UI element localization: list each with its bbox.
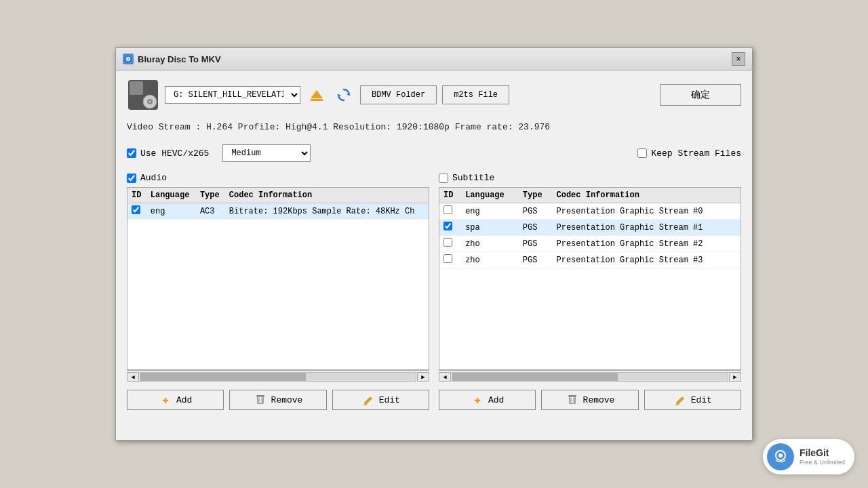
- sub-row-codec: Presentation Graphic Stream #2: [552, 236, 741, 252]
- sub-col-type: Type: [519, 188, 553, 203]
- audio-row-check[interactable]: [127, 203, 146, 220]
- app-icon: [123, 54, 134, 64]
- table-row[interactable]: zho PGS Presentation Graphic Stream #2: [439, 236, 741, 252]
- keep-stream-label: Keep Stream Files: [651, 148, 741, 159]
- audio-col-type: Type: [196, 188, 225, 203]
- hevc-label: Use HEVC/x265: [140, 148, 209, 159]
- close-button[interactable]: ×: [732, 52, 745, 66]
- keep-stream-checkbox[interactable]: [637, 148, 647, 158]
- subtitle-add-button[interactable]: ✚ Add: [439, 390, 536, 410]
- subtitle-panel-buttons: ✚ Add Remove: [439, 390, 741, 410]
- panels: Audio ID Language Type Codec Information: [127, 173, 741, 410]
- subtitle-table-header: ID Language Type Codec Information: [439, 188, 741, 203]
- subtitle-scroll-left[interactable]: ◀: [439, 372, 451, 382]
- audio-scroll-thumb: [140, 373, 306, 381]
- audio-table-container: ID Language Type Codec Information eng A…: [127, 187, 429, 370]
- sub-row-check[interactable]: [439, 252, 461, 268]
- svg-rect-9: [311, 99, 323, 101]
- svg-point-2: [127, 58, 129, 60]
- audio-add-label: Add: [176, 395, 192, 405]
- subtitle-checkbox[interactable]: [439, 174, 448, 183]
- subtitle-scroll-right[interactable]: ▶: [729, 372, 741, 382]
- options-row: Use HEVC/x265 Ultrafast Superfast Veryfa…: [127, 144, 741, 162]
- sub-row-type: PGS: [519, 220, 553, 236]
- table-row[interactable]: zho PGS Presentation Graphic Stream #3: [439, 252, 741, 268]
- audio-remove-button[interactable]: Remove: [229, 390, 326, 410]
- sub-row-type: PGS: [519, 236, 553, 252]
- filegit-text-block: FileGit Free & Unlimited: [800, 447, 845, 466]
- audio-panel-buttons: ✚ Add Remove: [127, 390, 429, 410]
- content-area: G: SILENT_HILL_REVELATION_NA BDMV Folde: [116, 70, 752, 418]
- audio-scroll-right[interactable]: ▶: [417, 372, 429, 382]
- confirm-button[interactable]: 确定: [660, 84, 741, 106]
- audio-add-button[interactable]: ✚ Add: [127, 390, 224, 410]
- eject-button[interactable]: [306, 84, 328, 106]
- drive-select[interactable]: G: SILENT_HILL_REVELATION_NA: [165, 86, 300, 104]
- sub-row-language: zho: [461, 252, 519, 268]
- audio-panel-header: Audio: [127, 173, 429, 183]
- hevc-checkbox[interactable]: [127, 148, 136, 158]
- audio-panel: Audio ID Language Type Codec Information: [127, 173, 429, 410]
- svg-point-25: [778, 453, 783, 458]
- sub-col-codec: Codec Information: [552, 188, 741, 203]
- filegit-tagline: Free & Unlimited: [800, 459, 845, 466]
- title-bar-left: Bluray Disc To MKV: [123, 54, 221, 64]
- audio-row-type: AC3: [196, 203, 225, 220]
- window-title: Bluray Disc To MKV: [138, 54, 221, 64]
- audio-section-label[interactable]: Audio: [127, 173, 429, 183]
- subtitle-remove-button[interactable]: Remove: [541, 390, 638, 410]
- remove-icon: [254, 393, 267, 407]
- audio-table-header: ID Language Type Codec Information: [127, 188, 429, 203]
- subtitle-remove-label: Remove: [583, 395, 615, 405]
- filegit-name: FileGit: [800, 447, 845, 459]
- sub-row-codec: Presentation Graphic Stream #1: [552, 220, 741, 236]
- audio-edit-button[interactable]: Edit: [332, 390, 429, 410]
- video-info: Video Stream : H.264 Profile: High@4.1 R…: [127, 119, 741, 135]
- subtitle-edit-label: Edit: [691, 395, 712, 405]
- audio-remove-label: Remove: [271, 395, 303, 405]
- keep-stream-checkbox-label[interactable]: Keep Stream Files: [637, 148, 741, 159]
- subtitle-panel-header: Subtitle: [439, 173, 741, 183]
- refresh-button[interactable]: [333, 84, 355, 106]
- audio-row-codec: Bitrate: 192Kbps Sample Rate: 48KHz Ch: [225, 203, 429, 220]
- audio-scroll-track[interactable]: [140, 372, 416, 382]
- svg-point-7: [149, 101, 151, 103]
- audio-scroll-left[interactable]: ◀: [127, 372, 139, 382]
- sub-row-check[interactable]: [439, 220, 461, 236]
- audio-checkbox[interactable]: [127, 174, 136, 183]
- audio-edit-label: Edit: [379, 395, 400, 405]
- subtitle-add-label: Add: [488, 395, 504, 405]
- audio-table: ID Language Type Codec Information eng A…: [127, 188, 429, 220]
- sub-row-check[interactable]: [439, 236, 461, 252]
- subtitle-scroll-track[interactable]: [452, 372, 728, 382]
- subtitle-label: Subtitle: [452, 173, 494, 183]
- table-row[interactable]: eng AC3 Bitrate: 192Kbps Sample Rate: 48…: [127, 203, 429, 220]
- subtitle-scrollbar: ◀ ▶: [439, 370, 741, 383]
- sub-row-check[interactable]: [439, 203, 461, 220]
- m2ts-file-button[interactable]: m2ts File: [442, 85, 509, 104]
- title-bar: Bluray Disc To MKV ×: [116, 48, 752, 70]
- main-window: Bluray Disc To MKV × G: SILENT_HILL_REVE…: [115, 47, 753, 441]
- sub-col-id: ID: [439, 188, 461, 203]
- subtitle-edit-button[interactable]: Edit: [644, 390, 741, 410]
- sub-row-type: PGS: [519, 252, 553, 268]
- remove-icon: [566, 393, 579, 407]
- add-icon: ✚: [159, 393, 172, 407]
- table-row[interactable]: eng PGS Presentation Graphic Stream #0: [439, 203, 741, 220]
- sub-row-type: PGS: [519, 203, 553, 220]
- audio-row-language: eng: [146, 203, 196, 220]
- sub-row-language: zho: [461, 236, 519, 252]
- toolbar: G: SILENT_HILL_REVELATION_NA BDMV Folde: [127, 79, 741, 111]
- add-icon: ✚: [471, 393, 484, 407]
- bdmv-folder-button[interactable]: BDMV Folder: [360, 85, 437, 104]
- table-row[interactable]: spa PGS Presentation Graphic Stream #1: [439, 220, 741, 236]
- quality-select[interactable]: Ultrafast Superfast Veryfast Faster Fast…: [222, 144, 311, 162]
- svg-rect-4: [130, 81, 143, 95]
- audio-scrollbar: ◀ ▶: [127, 370, 429, 383]
- edit-icon: [673, 393, 687, 407]
- subtitle-section-label[interactable]: Subtitle: [439, 173, 741, 183]
- disc-icon: [127, 79, 159, 111]
- sub-row-language: eng: [461, 203, 519, 220]
- hevc-checkbox-label[interactable]: Use HEVC/x265: [127, 148, 209, 159]
- audio-col-codec: Codec Information: [225, 188, 429, 203]
